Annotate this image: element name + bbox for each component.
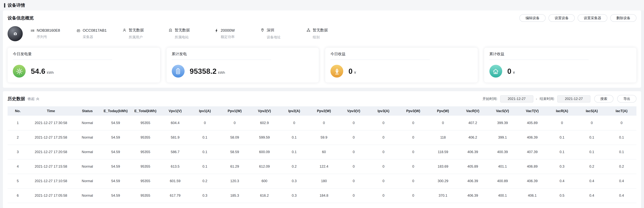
table-cell: 54.59 xyxy=(101,145,130,159)
column-header: IacR(A) xyxy=(547,106,577,116)
table-cell: 0.2 xyxy=(606,159,636,174)
table-cell: Normal xyxy=(74,174,101,188)
table-cell: 0 xyxy=(339,174,368,188)
table-cell: 2021-12-27 17:25:58 xyxy=(28,130,74,145)
info-item-station: 暂无数据所属电站 xyxy=(168,28,214,40)
stat-body: 54.6kWh xyxy=(13,65,155,78)
table-cell: 95355 xyxy=(130,145,160,159)
table-cell: 2021-12-27 17:20:58 xyxy=(28,145,74,159)
info-value: 20000W xyxy=(221,28,235,32)
today-energy-card: 今日发电量54.6kWh xyxy=(8,48,160,83)
stat-value: 54.6 xyxy=(31,67,46,75)
column-header: VacT(V) xyxy=(517,106,547,116)
table-row: 62021-12-27 17:05:58Normal54.5995355617.… xyxy=(8,188,636,203)
table-cell: 2 xyxy=(8,130,28,145)
info-text: 暂无数据所属用户 xyxy=(129,28,144,40)
table-cell: 0 xyxy=(309,116,339,130)
column-header: No. xyxy=(8,106,28,116)
table-cell: 0.4 xyxy=(577,174,606,188)
edit-device-button[interactable]: 编辑设备 xyxy=(520,14,546,22)
table-cell: 0 xyxy=(398,130,428,145)
column-header: Ipv2(A) xyxy=(279,106,309,116)
table-cell: 0.1 xyxy=(547,145,577,159)
overview-section-title: 设备信息概览 xyxy=(8,15,34,21)
stat-body: 0¥ xyxy=(489,65,631,78)
end-date-input[interactable]: 2021-12-27 xyxy=(557,95,590,103)
serial-icon xyxy=(30,28,35,39)
stat-title: 今日收益 xyxy=(330,51,430,60)
table-cell: 60 xyxy=(309,145,339,159)
column-header: Ipv1(A) xyxy=(190,106,220,116)
stat-unit: kWh xyxy=(218,70,225,75)
delete-device-button[interactable]: 删除设备 xyxy=(610,14,636,22)
stat-value-wrap: 95358.2kWh xyxy=(190,67,225,75)
info-value: 深圳 xyxy=(267,28,281,33)
table-cell: 599.59 xyxy=(250,130,279,145)
stats-row: 今日发电量54.6kWh累计发电95358.2kWh今日收益0¥累计收益0¥ xyxy=(8,48,636,83)
column-header: Time xyxy=(28,106,74,116)
history-title-group: 历史数据 收起 xyxy=(8,96,40,102)
set-device-button[interactable]: 设置设备 xyxy=(548,14,575,22)
table-cell: Normal xyxy=(74,159,101,174)
info-item-serial: NOB38160E8序列号 xyxy=(30,28,76,39)
table-cell: 0 xyxy=(368,159,398,174)
set-collector-button[interactable]: 设置采集器 xyxy=(578,14,607,22)
table-row: 52021-12-27 17:10:58Normal54.5995355601.… xyxy=(8,174,636,188)
table-cell: 0 xyxy=(279,116,309,130)
table-cell: 601.59 xyxy=(160,174,190,188)
start-time-label: 开始时间: xyxy=(482,96,498,101)
house-icon xyxy=(489,65,502,78)
history-head: 历史数据 收起 开始时间: 2021-12-27 - 结束时间: 2021-12… xyxy=(8,95,636,103)
table-cell: 95355 xyxy=(130,174,160,188)
table-cell: 0.1 xyxy=(190,130,220,145)
info-text: 暂无数据所属电站 xyxy=(175,28,190,40)
start-date-input[interactable]: 2021-12-27 xyxy=(500,95,533,103)
table-cell: 406.39 xyxy=(517,174,547,188)
table-cell: 407.39 xyxy=(517,145,547,159)
table-cell: 61.29 xyxy=(220,159,250,174)
column-header: Ipv3(A) xyxy=(368,106,398,116)
table-cell: 59.9 xyxy=(309,130,339,145)
page-header: 设备详情 xyxy=(0,0,644,10)
table-cell: 0 xyxy=(368,116,398,130)
table-row: 22021-12-27 17:25:58Normal54.5995355581.… xyxy=(8,130,636,145)
table-cell: 406.39 xyxy=(458,174,488,188)
table-cell: 0.5 xyxy=(547,188,577,203)
info-item-power: 20000W额定功率 xyxy=(214,28,260,39)
info-value: 暂无数据 xyxy=(175,28,190,33)
history-card: 历史数据 收起 开始时间: 2021-12-27 - 结束时间: 2021-12… xyxy=(3,91,641,208)
table-cell: 4 xyxy=(8,159,28,174)
info-label: 组别 xyxy=(313,35,328,40)
device-avatar xyxy=(8,26,23,41)
table-cell: 0.1 xyxy=(279,130,309,145)
stat-value: 95358.2 xyxy=(190,67,216,75)
collapse-toggle[interactable]: 收起 xyxy=(28,96,40,101)
table-cell: 180 xyxy=(309,174,339,188)
table-cell: 0.3 xyxy=(547,159,577,174)
table-cell: 2021-12-27 17:05:58 xyxy=(28,188,74,203)
page: 设备详情 设备信息概览 编辑设备设置设备设置采集器删除设备 NOB38160E8… xyxy=(0,0,644,208)
table-cell: 0 xyxy=(428,116,458,130)
overview-actions: 编辑设备设置设备设置采集器删除设备 xyxy=(516,14,636,22)
collector-icon xyxy=(76,28,81,39)
table-cell: 58.59 xyxy=(220,145,250,159)
export-button[interactable]: 导出 xyxy=(617,95,636,103)
table-cell: 0.2 xyxy=(577,159,606,174)
table-cell: 0.1 xyxy=(606,130,636,145)
table-cell: 95355 xyxy=(130,188,160,203)
search-button[interactable]: 搜索 xyxy=(594,95,614,103)
info-label: 所属电站 xyxy=(175,35,190,40)
column-header: Vpv3(V) xyxy=(339,106,368,116)
stat-title: 累计收益 xyxy=(489,51,589,60)
power-icon xyxy=(214,28,219,39)
table-cell: 401.1 xyxy=(488,159,517,174)
table-cell: 95355 xyxy=(130,116,160,130)
history-filters: 开始时间: 2021-12-27 - 结束时间: 2021-12-27 搜索 导… xyxy=(482,95,636,103)
info-item-location: 深圳设备地址 xyxy=(260,28,306,40)
stat-unit: ¥ xyxy=(354,70,356,75)
table-cell: 602.9 xyxy=(250,116,279,130)
table-cell: 120.3 xyxy=(220,174,250,188)
info-item-collector: OCC0817AB1采集器 xyxy=(76,28,122,39)
table-row: 12021-12-27 17:30:58Normal54.5995355604.… xyxy=(8,116,636,130)
title-accent-bar xyxy=(4,3,5,7)
